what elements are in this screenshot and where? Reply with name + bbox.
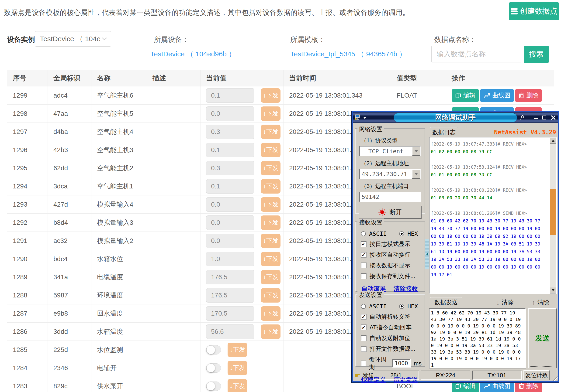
minimize-button[interactable]: [532, 114, 539, 121]
combo-dropdown-icon[interactable]: [412, 146, 421, 156]
send-ascii-radio[interactable]: [361, 304, 366, 309]
send-down-button[interactable]: ↓下发: [261, 306, 280, 321]
search-button[interactable]: 搜索: [524, 46, 549, 63]
send-down-button[interactable]: ↓下发: [261, 288, 280, 303]
send-down-button[interactable]: ↓下发: [261, 252, 280, 266]
delete-button[interactable]: 删除: [515, 89, 542, 102]
edit-button[interactable]: 编辑: [452, 89, 479, 102]
combo-dropdown-icon[interactable]: [412, 169, 421, 179]
send-down-button[interactable]: ↓下发: [261, 179, 280, 194]
arrow-down-icon: ↓: [263, 255, 266, 262]
send-down-button[interactable]: ↓下发: [261, 197, 280, 212]
send-down-button[interactable]: ↓下发: [261, 270, 280, 284]
send-option-checkbox[interactable]: ✓: [361, 325, 366, 330]
value-toggle-switch[interactable]: [206, 345, 221, 354]
cell-current-time: 2022-05-19 13:08:01.343: [283, 86, 391, 104]
chart-button[interactable]: 曲线图: [480, 89, 514, 102]
send-down-button[interactable]: ↓下发: [261, 216, 280, 230]
clear-receive-button[interactable]: ↑ 清除: [532, 298, 549, 307]
cell-seq: 1288: [7, 286, 48, 304]
send-down-button[interactable]: ↓下发: [227, 343, 247, 357]
current-value-input[interactable]: 170.5: [206, 306, 254, 321]
cell-description: [147, 304, 201, 323]
current-value-input[interactable]: 0.0: [206, 197, 254, 212]
cell-global-id: 829c: [48, 377, 91, 392]
send-data-textarea[interactable]: 1 3 60 42 62 70 19 43 30 77 1943 30 77 1…: [429, 308, 526, 368]
arrow-down-icon: ↓: [263, 92, 266, 99]
clear-send-button[interactable]: ↓ 清除: [496, 298, 514, 307]
value-toggle-switch[interactable]: [206, 382, 221, 391]
current-value-input[interactable]: 0.3: [206, 125, 254, 139]
current-value-input[interactable]: 0.0: [206, 106, 254, 121]
current-value-input[interactable]: 0.1: [206, 88, 254, 103]
recv-option-checkbox[interactable]: [361, 273, 366, 279]
current-value-input[interactable]: 0.0: [206, 234, 254, 248]
send-down-button[interactable]: ↓下发: [261, 88, 280, 103]
panel-collapse-handle[interactable]: [425, 239, 429, 269]
cycle-period-checkbox[interactable]: [361, 361, 366, 366]
protocol-type-combo[interactable]: TCP Client: [359, 146, 421, 156]
cell-global-id: 5987: [48, 286, 91, 304]
send-down-button[interactable]: ↓下发: [227, 361, 247, 375]
recv-option-checkbox[interactable]: [361, 263, 366, 268]
current-value-input[interactable]: 0.1: [206, 179, 254, 194]
network-settings-group: 网络设置 （1）协议类型 TCP Client （2）远程主机地址 49.234…: [355, 128, 425, 214]
current-value-input[interactable]: 0.3: [206, 161, 254, 175]
tab-data-send[interactable]: 数据发送: [430, 297, 462, 308]
arrow-down-icon: ↓: [263, 146, 266, 154]
current-value-input[interactable]: 56.6: [206, 324, 254, 339]
send-down-button[interactable]: ↓下发: [261, 106, 280, 121]
log-scrollbar[interactable]: [550, 137, 556, 293]
datapoint-name-input[interactable]: [431, 46, 521, 62]
send-option-checkbox[interactable]: [361, 346, 366, 351]
reset-counter-button[interactable]: 复位计数: [523, 370, 550, 380]
owner-template-link[interactable]: TestDevice_tpl_5345 （ 9436574b ）: [290, 49, 406, 59]
recv-option-checkbox[interactable]: ✓: [361, 241, 366, 247]
maximize-button[interactable]: [541, 114, 548, 121]
value-toggle-switch[interactable]: [206, 363, 221, 373]
cell-global-id: 47aa: [48, 104, 91, 123]
device-instance-select[interactable]: TestDevice （ 104e: [35, 31, 111, 47]
pin-button[interactable]: [519, 114, 526, 121]
scroll-down-icon[interactable]: [550, 287, 556, 293]
send-option-checkbox[interactable]: ✓: [361, 314, 366, 319]
owner-device-link[interactable]: TestDevice （ 104ed96b ）: [151, 49, 236, 59]
close-button[interactable]: [550, 114, 557, 121]
remote-host-label: （2）远程主机地址: [359, 160, 421, 167]
cycle-period-input[interactable]: 1000: [392, 359, 410, 368]
recv-hex-radio[interactable]: [399, 231, 404, 236]
recv-ascii-radio[interactable]: [361, 231, 366, 236]
send-button[interactable]: 发送: [528, 308, 557, 368]
create-datapoint-button[interactable]: 创建数据点: [509, 2, 559, 20]
cell-description: [147, 159, 201, 177]
current-value-input[interactable]: 0.0: [206, 216, 254, 230]
current-value-input[interactable]: 0.1: [206, 143, 254, 157]
netassist-version-link[interactable]: NetAssist V4.3.29: [494, 129, 556, 136]
send-down-button[interactable]: ↓下发: [261, 125, 280, 139]
current-value-input[interactable]: 176.5: [206, 270, 254, 284]
send-hex-radio[interactable]: [399, 304, 404, 309]
send-down-button[interactable]: ↓下发: [227, 379, 247, 392]
current-value-input[interactable]: 1.0: [206, 252, 254, 266]
send-option-checkbox[interactable]: [361, 335, 366, 341]
scrollbar-thumb[interactable]: [550, 189, 556, 235]
app-menu-arrow-icon[interactable]: [363, 117, 366, 119]
data-log-area[interactable]: [2022-05-19 13:07:47.333]# RECV HEX>01 0…: [429, 137, 557, 294]
disconnect-button[interactable]: 断开: [359, 206, 421, 219]
recv-option-checkbox[interactable]: ✓: [361, 252, 366, 257]
current-value-input[interactable]: 176.5: [206, 288, 254, 303]
remote-port-input[interactable]: 59142: [359, 192, 421, 202]
clear-receive-link[interactable]: 清除接收: [394, 285, 418, 293]
remote-host-combo[interactable]: 49.234.230.71: [359, 169, 421, 179]
tab-data-log[interactable]: 数据日志: [430, 127, 458, 137]
netassist-titlebar[interactable]: 网络调试助手: [353, 112, 558, 123]
cell-name: 电辅开: [91, 359, 147, 377]
cell-description: [147, 214, 201, 232]
send-down-button[interactable]: ↓下发: [261, 234, 280, 248]
scroll-up-icon[interactable]: [550, 137, 556, 144]
send-down-button[interactable]: ↓下发: [261, 161, 280, 175]
arrow-down-icon: ↓: [263, 128, 266, 135]
send-down-button[interactable]: ↓下发: [261, 143, 280, 157]
cell-description: [147, 377, 201, 392]
send-down-button[interactable]: ↓下发: [261, 324, 280, 339]
